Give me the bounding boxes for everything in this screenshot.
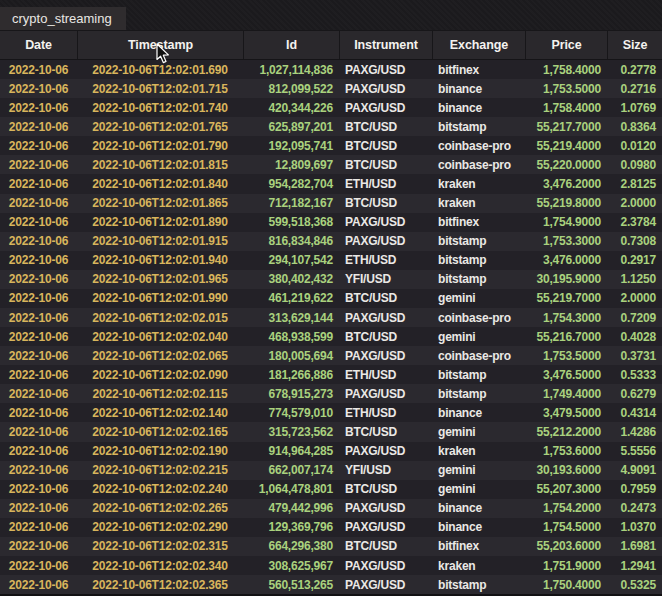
table-row[interactable]: 2022-10-062022-10-06T12:02:02.365560,513… <box>0 575 662 594</box>
cell-size: 1.0370 <box>607 518 662 537</box>
cell-id: 662,007,174 <box>243 461 339 480</box>
cell-id: 479,442,996 <box>243 499 339 518</box>
cell-timestamp: 2022-10-06T12:02:01.890 <box>77 213 243 232</box>
table-row[interactable]: 2022-10-062022-10-06T12:02:01.940294,107… <box>0 251 662 270</box>
cell-price: 1,753.5000 <box>525 79 607 98</box>
cell-size: 0.2778 <box>607 60 662 79</box>
cell-exchange: coinbase-pro <box>432 136 525 155</box>
cell-instrument: PAXG/USD <box>339 232 432 251</box>
cell-size: 0.2716 <box>607 79 662 98</box>
cell-timestamp: 2022-10-06T12:02:02.290 <box>77 518 243 537</box>
cell-exchange: bitfinex <box>432 213 525 232</box>
cell-timestamp: 2022-10-06T12:02:01.790 <box>77 136 243 155</box>
table-row[interactable]: 2022-10-062022-10-06T12:02:01.740420,344… <box>0 98 662 117</box>
cell-date: 2022-10-06 <box>0 270 77 289</box>
table-row[interactable]: 2022-10-062022-10-06T12:02:01.81512,809,… <box>0 155 662 174</box>
cell-size: 0.0120 <box>607 136 662 155</box>
table-row[interactable]: 2022-10-062022-10-06T12:02:02.290129,369… <box>0 518 662 537</box>
cell-id: 1,027,114,836 <box>243 60 339 79</box>
cell-instrument: BTC/USD <box>339 117 432 136</box>
cell-timestamp: 2022-10-06T12:02:01.990 <box>77 289 243 308</box>
table-row[interactable]: 2022-10-062022-10-06T12:02:01.990461,219… <box>0 289 662 308</box>
cell-size: 5.5556 <box>607 442 662 461</box>
cell-id: 12,809,697 <box>243 155 339 174</box>
cell-exchange: bitstamp <box>432 232 525 251</box>
cell-exchange: kraken <box>432 194 525 213</box>
cell-instrument: BTC/USD <box>339 422 432 441</box>
table-row[interactable]: 2022-10-062022-10-06T12:02:02.040468,938… <box>0 327 662 346</box>
column-header-id[interactable]: Id <box>243 31 339 59</box>
cell-date: 2022-10-06 <box>0 346 77 365</box>
cell-instrument: PAXG/USD <box>339 575 432 594</box>
table-row[interactable]: 2022-10-062022-10-06T12:02:02.2401,064,4… <box>0 480 662 499</box>
cell-price: 30,193.6000 <box>525 461 607 480</box>
cell-timestamp: 2022-10-06T12:02:01.940 <box>77 251 243 270</box>
cell-price: 3,476.5000 <box>525 365 607 384</box>
cell-instrument: PAXG/USD <box>339 442 432 461</box>
column-header-instrument[interactable]: Instrument <box>339 31 432 59</box>
table-row[interactable]: 2022-10-062022-10-06T12:02:02.265479,442… <box>0 499 662 518</box>
cell-size: 1.2941 <box>607 556 662 575</box>
cell-price: 55,220.0000 <box>525 155 607 174</box>
table-row[interactable]: 2022-10-062022-10-06T12:02:01.765625,897… <box>0 117 662 136</box>
cell-id: 1,064,478,801 <box>243 480 339 499</box>
cell-date: 2022-10-06 <box>0 194 77 213</box>
cell-timestamp: 2022-10-06T12:02:01.840 <box>77 174 243 193</box>
cell-id: 712,182,167 <box>243 194 339 213</box>
cell-id: 181,266,886 <box>243 365 339 384</box>
cell-instrument: PAXG/USD <box>339 79 432 98</box>
cell-instrument: BTC/USD <box>339 537 432 556</box>
cell-instrument: ETH/USD <box>339 403 432 422</box>
column-header-exchange[interactable]: Exchange <box>432 31 525 59</box>
cell-date: 2022-10-06 <box>0 461 77 480</box>
table-row[interactable]: 2022-10-062022-10-06T12:02:01.915816,834… <box>0 232 662 251</box>
cell-exchange: bitfinex <box>432 60 525 79</box>
column-header-price[interactable]: Price <box>525 31 607 59</box>
cell-size: 0.7308 <box>607 232 662 251</box>
table-row[interactable]: 2022-10-062022-10-06T12:02:01.6901,027,1… <box>0 60 662 79</box>
table-row[interactable]: 2022-10-062022-10-06T12:02:01.790192,095… <box>0 136 662 155</box>
cell-instrument: PAXG/USD <box>339 518 432 537</box>
cell-date: 2022-10-06 <box>0 480 77 499</box>
table-row[interactable]: 2022-10-062022-10-06T12:02:01.715812,099… <box>0 79 662 98</box>
cell-size: 0.2917 <box>607 251 662 270</box>
cell-instrument: PAXG/USD <box>339 213 432 232</box>
cell-id: 914,964,285 <box>243 442 339 461</box>
cell-exchange: gemini <box>432 327 525 346</box>
column-header-date[interactable]: Date <box>0 31 77 59</box>
table-row[interactable]: 2022-10-062022-10-06T12:02:01.965380,402… <box>0 270 662 289</box>
cell-id: 599,518,368 <box>243 213 339 232</box>
table-row[interactable]: 2022-10-062022-10-06T12:02:02.090181,266… <box>0 365 662 384</box>
table-row[interactable]: 2022-10-062022-10-06T12:02:01.840954,282… <box>0 174 662 193</box>
cell-size: 0.4028 <box>607 327 662 346</box>
cell-exchange: kraken <box>432 442 525 461</box>
cell-size: 1.6981 <box>607 537 662 556</box>
table-header-row: DateTimestampIdInstrumentExchangePriceSi… <box>0 31 662 60</box>
table-row[interactable]: 2022-10-062022-10-06T12:02:02.165315,723… <box>0 422 662 441</box>
table-row[interactable]: 2022-10-062022-10-06T12:02:02.015313,629… <box>0 308 662 327</box>
tab-crypto-streaming[interactable]: crypto_streaming <box>0 7 126 30</box>
table-row[interactable]: 2022-10-062022-10-06T12:02:02.140774,579… <box>0 403 662 422</box>
table-row[interactable]: 2022-10-062022-10-06T12:02:02.215662,007… <box>0 461 662 480</box>
column-header-timestamp[interactable]: Timestamp <box>77 31 243 59</box>
table-row[interactable]: 2022-10-062022-10-06T12:02:02.190914,964… <box>0 442 662 461</box>
table-row[interactable]: 2022-10-062022-10-06T12:02:02.340308,625… <box>0 556 662 575</box>
table-row[interactable]: 2022-10-062022-10-06T12:02:02.115678,915… <box>0 384 662 403</box>
cell-price: 55,217.7000 <box>525 117 607 136</box>
cell-date: 2022-10-06 <box>0 327 77 346</box>
table-row[interactable]: 2022-10-062022-10-06T12:02:01.865712,182… <box>0 194 662 213</box>
cell-id: 192,095,741 <box>243 136 339 155</box>
cell-size: 0.5325 <box>607 575 662 594</box>
cell-timestamp: 2022-10-06T12:02:02.115 <box>77 384 243 403</box>
cell-exchange: bitstamp <box>432 575 525 594</box>
cell-size: 0.5333 <box>607 365 662 384</box>
cell-size: 0.0980 <box>607 155 662 174</box>
column-header-size[interactable]: Size <box>607 31 662 59</box>
tab-label: crypto_streaming <box>12 11 112 26</box>
cell-price: 55,207.3000 <box>525 480 607 499</box>
table-row[interactable]: 2022-10-062022-10-06T12:02:01.890599,518… <box>0 213 662 232</box>
table-row[interactable]: 2022-10-062022-10-06T12:02:02.065180,005… <box>0 346 662 365</box>
cell-price: 1,758.4000 <box>525 98 607 117</box>
table-row[interactable]: 2022-10-062022-10-06T12:02:02.315664,296… <box>0 537 662 556</box>
tab-bar: crypto_streaming <box>0 0 662 31</box>
